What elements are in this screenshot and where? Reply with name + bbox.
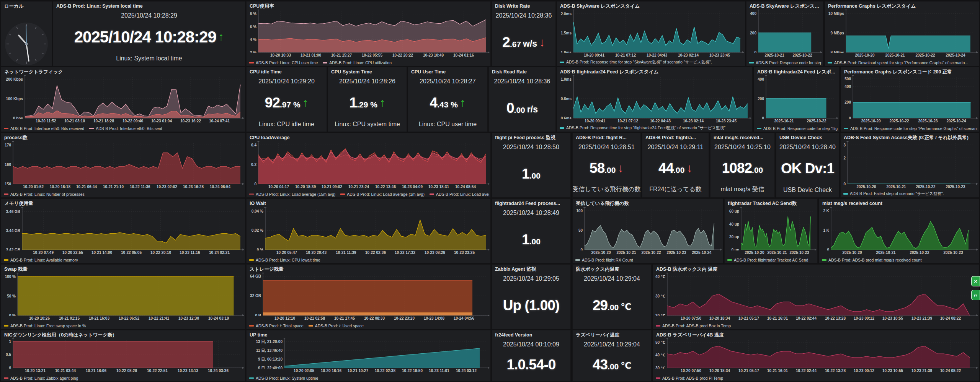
chart-skyaware_rt[interactable]: 1.0ms1.5ms2.0ms (557, 10, 745, 53)
panel-title-skyaware_code[interactable]: ADS-B SkyAware レスポンスコー... (746, 2, 823, 10)
legend-item[interactable]: ADS-B Prod: Response code for step "Perf… (844, 126, 977, 131)
panel-title-box_chart[interactable]: ADS-B 防水ボックス内 温度 (653, 265, 979, 273)
panel-title-box_temp_stat[interactable]: 防水ボックス内温度 (573, 265, 651, 273)
chart-swap[interactable]: 0 %50 %100 % (1, 273, 245, 316)
panel-title-nic[interactable]: NICダウンリンク検出用（0の時はネットワーク断） (1, 330, 245, 339)
panel-title-fr24_rt[interactable]: ADS-B flightradar24 Feed レスポンスタイム (557, 67, 752, 76)
legend-swatch (4, 325, 8, 327)
extension-badge-2-icon[interactable]: ℮ (971, 290, 980, 300)
chart-storage[interactable]: 0 B32 GB64 GB (247, 273, 490, 316)
panel-title-cpu_system[interactable]: CPU System Time (328, 67, 407, 76)
panel-title-pi_temp_stat[interactable]: ラズベリーパイ温度 (573, 330, 651, 339)
legend-item[interactable]: ADS-B Prod: Linux: Load average (15m avg… (249, 192, 335, 197)
stat-value-row: 1.0.54-0 (507, 348, 556, 381)
chart-nic[interactable]: 00.51 (1, 338, 245, 369)
panel-title-local_time[interactable]: ADS-B Prod: Linux: System local time (53, 2, 245, 10)
chart-skyaware_code[interactable]: 0200400 (746, 10, 823, 53)
legend-item[interactable]: ADS-B Prod: Linux: CPU user time (249, 60, 318, 65)
panel-iowait: IO Wait0 %0.02 %0.04 %10-20 05:4710-20 2… (247, 199, 490, 263)
panel-title-fr_rx[interactable]: 受信している飛行機の数 (573, 199, 723, 207)
extension-badge-1-icon[interactable]: ✕ (971, 276, 980, 286)
legend-item[interactable]: ADS-B Prod: /: Used space (309, 323, 364, 328)
panel-title-iowait[interactable]: IO Wait (247, 199, 490, 207)
chart-loadavg[interactable]: 00.20.4 (247, 141, 490, 185)
panel-title-loadavg[interactable]: CPU loadAverage (247, 133, 490, 141)
chart-box_chart[interactable]: 20 ℃30 ℃40 ℃ (653, 273, 979, 316)
chart-fr24_code[interactable]: 0200400 (754, 75, 839, 119)
x-axis: 10-20 13:2110-21 03:4410-21 18:0610-22 0… (1, 369, 245, 374)
legend-item[interactable]: ADS-B Prod: ADS-B prod Pi Temp (656, 376, 723, 380)
legend-item[interactable]: ADS-B Prod: Linux: System uptime (249, 376, 318, 380)
chart-tracked[interactable]: 0 up20 up40 up60 up (725, 207, 817, 250)
chart-uptime[interactable]: 6 日, 22:40:009 日, 06:13:2011 日, 13:46:40… (247, 338, 490, 369)
stat-value-decimals: .00 (752, 162, 763, 175)
panel-title-failed_step[interactable]: ADB-S Feed System Access失敗 (0:正常 / それ以外異… (841, 133, 979, 141)
panel-title-skyaware_rt[interactable]: ADS-B SkyAware レスポンスタイム (557, 2, 745, 10)
legend: ADS-B Prod: Linux: CPU iowait time (249, 258, 489, 262)
chart-failed_step[interactable]: 023 (841, 141, 979, 185)
panel-title-cpu_idle[interactable]: CPU idle Time (247, 67, 327, 76)
chart-perf_rt[interactable]: 8 MBps9 MBps10 MBps (825, 10, 979, 53)
panel-title-disk_write[interactable]: Disk Write Rate (492, 2, 555, 10)
panel-title-mlat_recv[interactable]: mlat msg/s received... (710, 133, 774, 141)
panel-title-disk_read[interactable]: Disk Read Rate (489, 67, 555, 76)
panel-title-perf_rt[interactable]: Performance Graphs レスポンスタイム (825, 2, 979, 10)
chart-memory[interactable]: 3.42 GB3.44 GB3.46 GB (1, 207, 245, 250)
legend-item[interactable]: ADS-B Prod: Response code for step "flig… (757, 126, 838, 131)
legend-item[interactable]: ADS-B Prod: Linux: Number of processes (4, 192, 85, 197)
panel-title-cpu_usage[interactable]: CPU使用率 (247, 2, 490, 10)
panel-title-uptime[interactable]: UP time (247, 330, 490, 339)
legend-item[interactable]: ADS-B Prod: ADS-B prod mlat msg/s receiv… (822, 258, 921, 262)
legend-item[interactable]: ADS-B Prod: Interface eth0: Bits receive… (4, 126, 84, 131)
panel-title-flight_rx[interactable]: ADS-B Prod: flight R... (573, 133, 640, 141)
panel-title-cpu_user[interactable]: CPU User Time (408, 67, 487, 76)
legend-item[interactable]: ADS-B Prod: Linux: Zabbix agent ping (4, 376, 78, 380)
chart-mlat_chart[interactable]: 01 K2 K (819, 207, 979, 250)
panel-title-mlat_chart[interactable]: mlat msg/s received count (819, 199, 979, 207)
panel-title-pi_chart[interactable]: ADS-B ラズベリーパイ4B 温度 (653, 330, 979, 339)
legend-label: ADS-B Prod: Linux: Load average (5m avg) (436, 192, 489, 197)
legend-item[interactable]: ADS-B Prod: flightradar Tracked AC Send (727, 258, 808, 262)
panel-fr24_send: ADS-B Prod: flightra... 2025/10/24 10:29… (642, 133, 709, 197)
legend-item[interactable]: ADS-B Prod: Linux: CPU iowait time (249, 258, 320, 262)
panel-title-fr24_send[interactable]: ADS-B Prod: flightra... (642, 133, 709, 141)
legend-item[interactable]: ADS-B Prod: Response code for step "SkyA… (749, 60, 822, 65)
panel-title-fr24_process[interactable]: flightradar24 Feed process... (492, 199, 570, 207)
x-tick-label: 10-23 10:55 (882, 369, 903, 373)
legend-item[interactable]: ADS-B Prod: Linux: Load average (1m avg) (340, 192, 425, 197)
legend-item[interactable]: ADS-B Prod: Linux: Free swap space in % (4, 323, 86, 328)
legend-item[interactable]: ADS-B Prod: ADS-B prod Box in Temp (656, 323, 731, 328)
legend-item[interactable]: ADS-B Prod: Response time for step "flig… (560, 125, 727, 131)
panel-title-usb_check[interactable]: USB Device Check (776, 133, 839, 141)
panel-title-process[interactable]: process数 (1, 133, 245, 141)
chart-perf_code[interactable]: 0200400500 (841, 75, 979, 119)
legend-item[interactable]: ADS-B Prod: Linux: Load average (5m avg) (430, 192, 489, 197)
panel-title-storage[interactable]: ストレージ残量 (247, 265, 490, 273)
legend-item[interactable]: ADS-B Prod: Interface eth0: Bits sent (89, 126, 162, 131)
panel-title-zabbix[interactable]: Zabbix Agent 監視 (492, 265, 570, 273)
legend-item[interactable]: ADS-B Prod: Download speed for step "Per… (828, 60, 968, 65)
legend-item[interactable]: ADS-B Prod: Linux: CPU utilization (323, 60, 392, 65)
chart-pi_chart[interactable]: 30 ℃40 ℃50 ℃ (653, 338, 979, 369)
legend-item[interactable]: ADS-B Prod: Response time for step "SkyA… (560, 60, 712, 65)
panel-title-clock[interactable]: ローカル (1, 2, 52, 10)
chart-iowait[interactable]: 0 %0.02 %0.04 % (247, 207, 490, 250)
legend-item[interactable]: ADS-B Prod: flight RX Count (575, 258, 633, 262)
panel-title-memory[interactable]: メモリ使用量 (1, 199, 245, 207)
panel-title-flight_pi[interactable]: flight pi Feed process 監視 (492, 133, 570, 141)
chart-cpu_usage[interactable]: 2 %4 %6 %8 % (247, 10, 490, 53)
panel-title-tracked[interactable]: flightradar Tracked AC Send数 (725, 199, 817, 207)
chart-fr_rx[interactable]: 050100 (573, 207, 723, 250)
legend-item[interactable]: ADS-B Prod: Failed step of scenario "サービ… (843, 191, 944, 197)
chart-fr24_rt[interactable]: 0.6ms0.8ms1.0ms (557, 75, 752, 119)
panel-title-fr24_code[interactable]: ADS-B flightradar24 Feed レスポ... (754, 67, 839, 76)
panel-title-perf_code[interactable]: Performance Graphs レスポンスコード 200 正常 (841, 67, 979, 76)
panel-title-swap[interactable]: Swap 残量 (1, 265, 245, 273)
panel-title-network[interactable]: ネットワークトラフィック (1, 67, 245, 76)
legend-item[interactable]: ADS-B Prod: Linux: Available memory (4, 258, 78, 262)
panel-title-fr24_version[interactable]: fr24feed Version (492, 330, 570, 339)
x-tick-label: 10-22 05:05 (121, 250, 142, 255)
legend-item[interactable]: ADS-B Prod: /: Total space (249, 323, 304, 328)
chart-process[interactable]: 150160170 (1, 141, 245, 185)
chart-network[interactable]: 0 bps100 Kbps200 Kbps (1, 75, 245, 119)
